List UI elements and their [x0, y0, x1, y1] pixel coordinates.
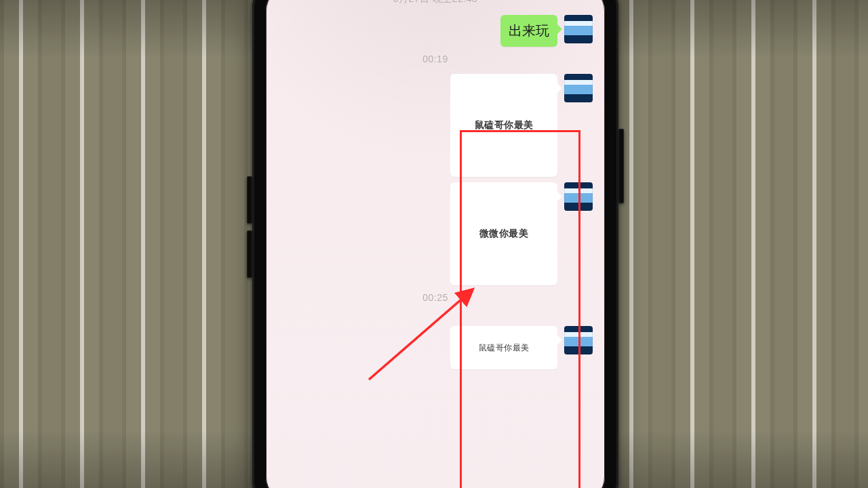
chat-message-row: 鼠磕哥你最美 — [278, 74, 593, 177]
phone-body: 6月27日 晚上22:48 出来玩 00:19 鼠磕哥你最美 微微你最美 — [252, 0, 618, 488]
self-avatar[interactable] — [564, 74, 593, 102]
image-caption: 鼠磕哥你最美 — [475, 119, 534, 131]
volume-down-button[interactable] — [247, 230, 252, 278]
volume-up-button[interactable] — [247, 176, 252, 224]
self-avatar[interactable] — [564, 182, 593, 211]
sent-image-bubble[interactable]: 鼠磕哥你最美 — [450, 326, 557, 369]
sent-text-bubble[interactable]: 出来玩 — [500, 15, 557, 47]
phone-screen[interactable]: 6月27日 晚上22:48 出来玩 00:19 鼠磕哥你最美 微微你最美 — [266, 0, 605, 488]
chat-message-row: 微微你最美 — [278, 182, 593, 285]
chat-timestamp: 00:25 — [278, 292, 593, 303]
chat-timestamp: 00:19 — [278, 54, 593, 64]
self-avatar[interactable] — [564, 326, 593, 354]
image-caption: 微微你最美 — [479, 228, 529, 240]
chat-scroll-area[interactable]: 6月27日 晚上22:48 出来玩 00:19 鼠磕哥你最美 微微你最美 — [266, 0, 605, 488]
chat-message-row: 鼠磕哥你最美 — [278, 326, 593, 369]
chat-timestamp: 6月27日 晚上22:48 — [278, 0, 593, 5]
image-caption: 鼠磕哥你最美 — [479, 342, 530, 354]
chat-message-row: 出来玩 — [278, 15, 593, 47]
power-button[interactable] — [618, 129, 624, 203]
sent-image-bubble[interactable]: 微微你最美 — [450, 182, 557, 285]
sent-image-bubble[interactable]: 鼠磕哥你最美 — [450, 74, 557, 177]
self-avatar[interactable] — [564, 15, 593, 43]
